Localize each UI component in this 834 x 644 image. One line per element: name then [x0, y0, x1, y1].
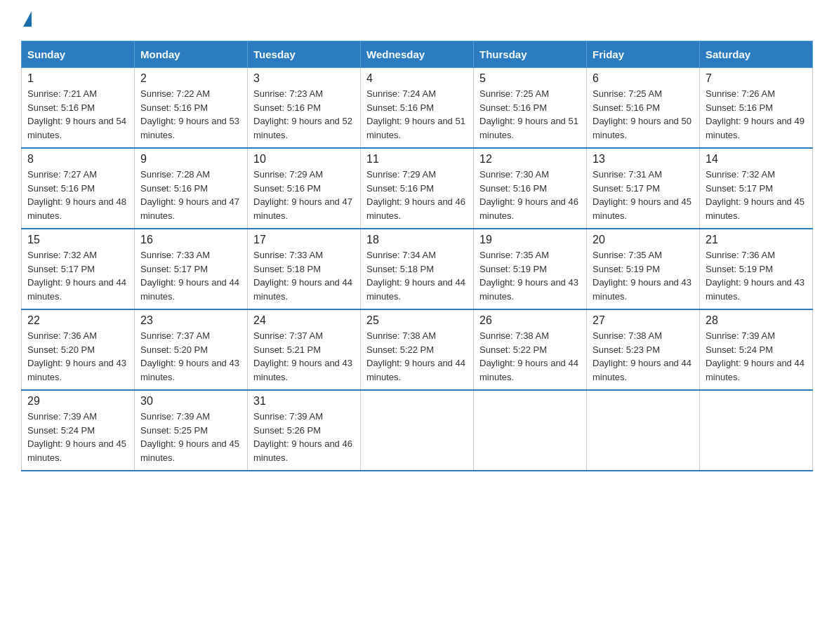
day-number: 13	[593, 153, 694, 166]
day-number: 11	[366, 153, 468, 166]
calendar-cell: 13 Sunrise: 7:31 AM Sunset: 5:17 PM Dayl…	[587, 148, 700, 229]
day-number: 12	[479, 153, 581, 166]
calendar-cell: 7 Sunrise: 7:26 AM Sunset: 5:16 PM Dayli…	[700, 68, 813, 149]
day-number: 7	[706, 72, 807, 85]
day-number: 30	[140, 395, 241, 408]
day-number: 26	[479, 314, 581, 327]
calendar-cell: 16 Sunrise: 7:33 AM Sunset: 5:17 PM Dayl…	[135, 229, 248, 309]
calendar-cell: 30 Sunrise: 7:39 AM Sunset: 5:25 PM Dayl…	[135, 390, 248, 471]
day-info: Sunrise: 7:25 AM Sunset: 5:16 PM Dayligh…	[593, 87, 694, 142]
day-info: Sunrise: 7:39 AM Sunset: 5:25 PM Dayligh…	[140, 410, 241, 464]
day-info: Sunrise: 7:21 AM Sunset: 5:16 PM Dayligh…	[27, 87, 128, 142]
day-info: Sunrise: 7:34 AM Sunset: 5:18 PM Dayligh…	[366, 248, 468, 303]
calendar-cell: 27 Sunrise: 7:38 AM Sunset: 5:23 PM Dayl…	[587, 309, 700, 390]
day-number: 25	[366, 314, 468, 327]
day-info: Sunrise: 7:39 AM Sunset: 5:24 PM Dayligh…	[27, 410, 128, 464]
logo	[21, 14, 32, 27]
calendar-cell: 21 Sunrise: 7:36 AM Sunset: 5:19 PM Dayl…	[700, 229, 813, 309]
calendar-header-row: SundayMondayTuesdayWednesdayThursdayFrid…	[22, 41, 813, 68]
day-number: 17	[253, 234, 355, 246]
day-info: Sunrise: 7:39 AM Sunset: 5:24 PM Dayligh…	[706, 329, 807, 384]
day-info: Sunrise: 7:32 AM Sunset: 5:17 PM Dayligh…	[706, 168, 807, 222]
day-info: Sunrise: 7:24 AM Sunset: 5:16 PM Dayligh…	[366, 87, 468, 142]
day-info: Sunrise: 7:38 AM Sunset: 5:22 PM Dayligh…	[479, 329, 581, 384]
day-info: Sunrise: 7:26 AM Sunset: 5:16 PM Dayligh…	[706, 87, 807, 142]
calendar-cell: 10 Sunrise: 7:29 AM Sunset: 5:16 PM Dayl…	[248, 148, 361, 229]
day-number: 27	[593, 314, 694, 327]
day-info: Sunrise: 7:30 AM Sunset: 5:16 PM Dayligh…	[479, 168, 581, 222]
page-header	[21, 14, 813, 27]
weekday-header-saturday: Saturday	[700, 41, 813, 68]
calendar-week-row: 22 Sunrise: 7:36 AM Sunset: 5:20 PM Dayl…	[22, 309, 813, 390]
calendar-cell: 12 Sunrise: 7:30 AM Sunset: 5:16 PM Dayl…	[474, 148, 587, 229]
calendar-cell: 14 Sunrise: 7:32 AM Sunset: 5:17 PM Dayl…	[700, 148, 813, 229]
day-number: 29	[27, 395, 128, 408]
calendar-cell: 23 Sunrise: 7:37 AM Sunset: 5:20 PM Dayl…	[135, 309, 248, 390]
calendar-cell: 26 Sunrise: 7:38 AM Sunset: 5:22 PM Dayl…	[474, 309, 587, 390]
calendar-cell: 28 Sunrise: 7:39 AM Sunset: 5:24 PM Dayl…	[700, 309, 813, 390]
day-number: 23	[140, 314, 241, 327]
calendar-cell	[361, 390, 474, 471]
calendar-week-row: 29 Sunrise: 7:39 AM Sunset: 5:24 PM Dayl…	[22, 390, 813, 471]
calendar-cell	[474, 390, 587, 471]
day-number: 16	[140, 234, 241, 246]
day-info: Sunrise: 7:37 AM Sunset: 5:21 PM Dayligh…	[253, 329, 355, 384]
day-number: 18	[366, 234, 468, 246]
day-info: Sunrise: 7:31 AM Sunset: 5:17 PM Dayligh…	[593, 168, 694, 222]
day-info: Sunrise: 7:33 AM Sunset: 5:18 PM Dayligh…	[253, 248, 355, 303]
calendar-week-row: 15 Sunrise: 7:32 AM Sunset: 5:17 PM Dayl…	[22, 229, 813, 309]
day-info: Sunrise: 7:29 AM Sunset: 5:16 PM Dayligh…	[366, 168, 468, 222]
day-number: 21	[706, 234, 807, 246]
day-info: Sunrise: 7:37 AM Sunset: 5:20 PM Dayligh…	[140, 329, 241, 384]
calendar-cell: 17 Sunrise: 7:33 AM Sunset: 5:18 PM Dayl…	[248, 229, 361, 309]
day-info: Sunrise: 7:23 AM Sunset: 5:16 PM Dayligh…	[253, 87, 355, 142]
calendar-cell: 29 Sunrise: 7:39 AM Sunset: 5:24 PM Dayl…	[22, 390, 135, 471]
day-info: Sunrise: 7:25 AM Sunset: 5:16 PM Dayligh…	[479, 87, 581, 142]
day-info: Sunrise: 7:35 AM Sunset: 5:19 PM Dayligh…	[593, 248, 694, 303]
day-info: Sunrise: 7:36 AM Sunset: 5:19 PM Dayligh…	[706, 248, 807, 303]
calendar-cell: 8 Sunrise: 7:27 AM Sunset: 5:16 PM Dayli…	[22, 148, 135, 229]
day-info: Sunrise: 7:32 AM Sunset: 5:17 PM Dayligh…	[27, 248, 128, 303]
weekday-header-thursday: Thursday	[474, 41, 587, 68]
calendar-cell	[700, 390, 813, 471]
weekday-header-wednesday: Wednesday	[361, 41, 474, 68]
calendar-cell: 1 Sunrise: 7:21 AM Sunset: 5:16 PM Dayli…	[22, 68, 135, 149]
day-number: 9	[140, 153, 241, 166]
calendar-cell: 4 Sunrise: 7:24 AM Sunset: 5:16 PM Dayli…	[361, 68, 474, 149]
calendar-cell: 20 Sunrise: 7:35 AM Sunset: 5:19 PM Dayl…	[587, 229, 700, 309]
calendar-week-row: 8 Sunrise: 7:27 AM Sunset: 5:16 PM Dayli…	[22, 148, 813, 229]
day-number: 6	[593, 72, 694, 85]
day-number: 31	[253, 395, 355, 408]
day-number: 24	[253, 314, 355, 327]
day-number: 15	[27, 234, 128, 246]
logo-triangle-icon	[23, 11, 32, 27]
day-info: Sunrise: 7:39 AM Sunset: 5:26 PM Dayligh…	[253, 410, 355, 464]
calendar-cell: 31 Sunrise: 7:39 AM Sunset: 5:26 PM Dayl…	[248, 390, 361, 471]
weekday-header-sunday: Sunday	[22, 41, 135, 68]
calendar-cell	[587, 390, 700, 471]
day-number: 28	[706, 314, 807, 327]
day-info: Sunrise: 7:38 AM Sunset: 5:23 PM Dayligh…	[593, 329, 694, 384]
day-info: Sunrise: 7:27 AM Sunset: 5:16 PM Dayligh…	[27, 168, 128, 222]
day-info: Sunrise: 7:36 AM Sunset: 5:20 PM Dayligh…	[27, 329, 128, 384]
calendar-cell: 25 Sunrise: 7:38 AM Sunset: 5:22 PM Dayl…	[361, 309, 474, 390]
day-info: Sunrise: 7:28 AM Sunset: 5:16 PM Dayligh…	[140, 168, 241, 222]
calendar-cell: 22 Sunrise: 7:36 AM Sunset: 5:20 PM Dayl…	[22, 309, 135, 390]
day-number: 8	[27, 153, 128, 166]
weekday-header-friday: Friday	[587, 41, 700, 68]
calendar-cell: 6 Sunrise: 7:25 AM Sunset: 5:16 PM Dayli…	[587, 68, 700, 149]
day-info: Sunrise: 7:35 AM Sunset: 5:19 PM Dayligh…	[479, 248, 581, 303]
weekday-header-monday: Monday	[135, 41, 248, 68]
calendar-cell: 11 Sunrise: 7:29 AM Sunset: 5:16 PM Dayl…	[361, 148, 474, 229]
day-info: Sunrise: 7:29 AM Sunset: 5:16 PM Dayligh…	[253, 168, 355, 222]
calendar-cell: 9 Sunrise: 7:28 AM Sunset: 5:16 PM Dayli…	[135, 148, 248, 229]
day-info: Sunrise: 7:22 AM Sunset: 5:16 PM Dayligh…	[140, 87, 241, 142]
weekday-header-tuesday: Tuesday	[248, 41, 361, 68]
day-number: 10	[253, 153, 355, 166]
day-number: 2	[140, 72, 241, 85]
day-info: Sunrise: 7:38 AM Sunset: 5:22 PM Dayligh…	[366, 329, 468, 384]
calendar-cell: 5 Sunrise: 7:25 AM Sunset: 5:16 PM Dayli…	[474, 68, 587, 149]
day-number: 19	[479, 234, 581, 246]
calendar-cell: 3 Sunrise: 7:23 AM Sunset: 5:16 PM Dayli…	[248, 68, 361, 149]
day-number: 1	[27, 72, 128, 85]
